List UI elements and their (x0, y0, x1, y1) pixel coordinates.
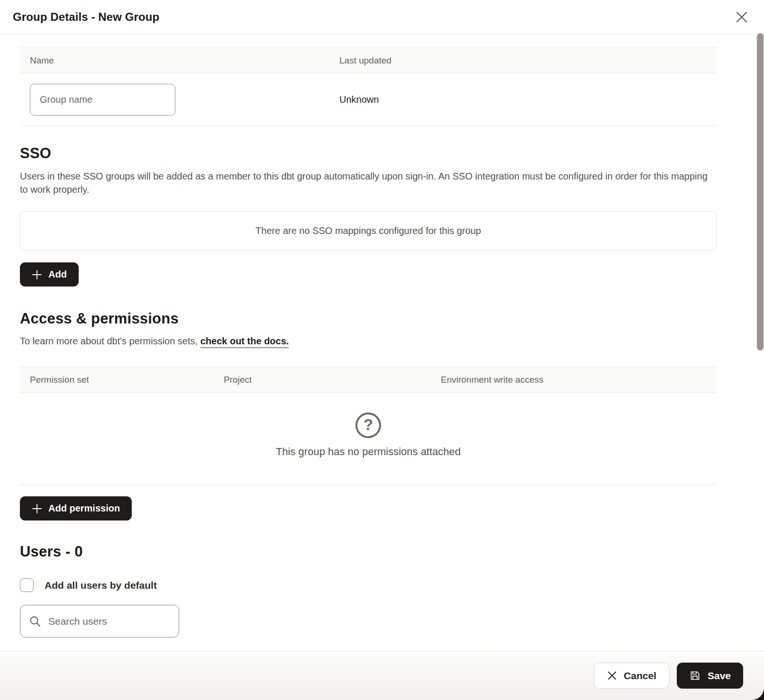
column-header-environment-write-access: Environment write access (441, 375, 717, 385)
permissions-description-text: To learn more about dbt's permission set… (20, 336, 200, 346)
save-button[interactable]: Save (677, 663, 743, 689)
plus-icon (32, 269, 42, 280)
name-table-header: Name Last updated (20, 47, 717, 73)
add-permission-button[interactable]: Add permission (20, 496, 132, 521)
permissions-heading: Access & permissions (20, 310, 717, 327)
vertical-scrollbar-thumb[interactable] (757, 33, 764, 350)
add-all-users-label: Add all users by default (45, 580, 157, 591)
group-details-modal: Group Details - New Group Name Last upda… (0, 0, 764, 700)
last-updated-value: Unknown (339, 94, 379, 105)
cancel-button[interactable]: Cancel (594, 663, 670, 689)
name-cell (20, 84, 339, 116)
cancel-button-label: Cancel (624, 670, 656, 682)
permissions-section: Access & permissions To learn more about… (20, 310, 717, 521)
user-search-box[interactable] (20, 605, 179, 637)
sso-empty-state: There are no SSO mappings configured for… (20, 211, 717, 251)
modal-content: Name Last updated Unknown SSO Users in t… (0, 34, 764, 650)
add-permission-button-label: Add permission (48, 503, 120, 514)
plus-icon (32, 503, 42, 514)
permissions-table: Permission set Project Environment write… (20, 367, 717, 485)
permissions-empty-state: ? This group has no permissions attached (20, 393, 717, 485)
close-icon (736, 11, 748, 23)
permissions-table-header: Permission set Project Environment write… (20, 367, 717, 393)
modal-footer: Cancel Save (0, 651, 764, 700)
column-header-name: Name (20, 55, 339, 66)
permissions-empty-text: This group has no permissions attached (20, 446, 717, 458)
sso-heading: SSO (20, 145, 717, 162)
column-header-last-updated: Last updated (339, 55, 717, 66)
sso-description: Users in these SSO groups will be added … (20, 170, 714, 196)
user-search-input[interactable] (48, 616, 177, 627)
sso-section: SSO Users in these SSO groups will be ad… (20, 145, 717, 287)
question-circle-icon: ? (355, 413, 381, 438)
question-glyph: ? (364, 416, 373, 434)
close-button[interactable] (734, 9, 750, 25)
users-heading: Users - 0 (20, 543, 717, 560)
sso-empty-text: There are no SSO mappings configured for… (255, 225, 481, 236)
save-button-label: Save (708, 670, 731, 682)
column-header-project: Project (224, 375, 441, 385)
column-header-permission-set: Permission set (20, 375, 224, 385)
add-all-users-row[interactable]: Add all users by default (20, 578, 717, 592)
name-table-row: Unknown (20, 73, 717, 126)
save-floppy-icon (689, 670, 701, 682)
sso-add-button[interactable]: Add (20, 262, 79, 287)
cancel-x-icon (607, 671, 617, 681)
sso-add-button-label: Add (48, 269, 67, 280)
name-table: Name Last updated Unknown (20, 47, 717, 126)
modal-header: Group Details - New Group (0, 0, 764, 34)
group-name-input[interactable] (30, 84, 175, 116)
add-all-users-checkbox[interactable] (20, 578, 34, 592)
users-section: Users - 0 Add all users by default (20, 543, 717, 637)
search-icon (29, 615, 41, 628)
modal-title: Group Details - New Group (13, 10, 159, 24)
permissions-description: To learn more about dbt's permission set… (20, 336, 717, 347)
docs-link[interactable]: check out the docs. (200, 336, 289, 346)
